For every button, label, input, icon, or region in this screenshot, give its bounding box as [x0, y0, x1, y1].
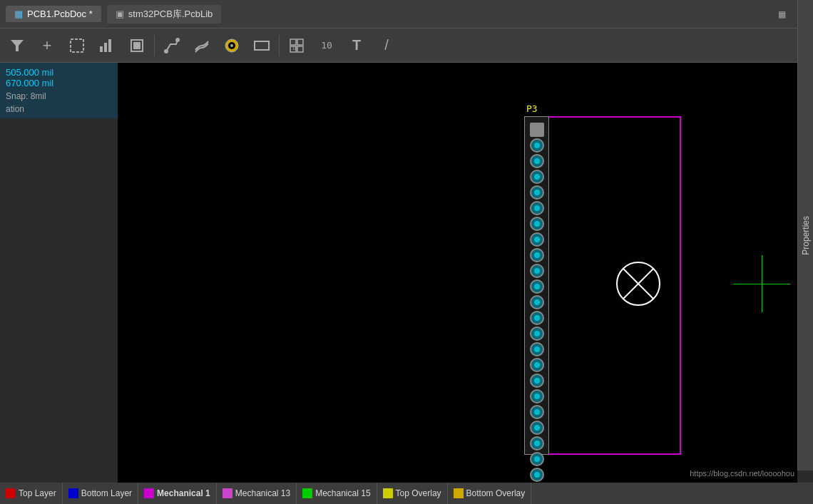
- layer-mech1-label: Mechanical 1: [157, 488, 210, 498]
- pad-1: [530, 123, 544, 137]
- svg-rect-2: [100, 46, 103, 52]
- pad-22: [530, 452, 544, 466]
- svg-rect-16: [297, 46, 303, 52]
- svg-rect-13: [290, 39, 296, 45]
- layer-bottom-swatch: [68, 488, 78, 498]
- pad-16: [530, 358, 544, 372]
- pad-20: [530, 421, 544, 435]
- title-bar: ▦ PCB1.PcbDoc * ▣ stm32PCB库.PcbLib ▦: [0, 0, 813, 29]
- status-bar: Top Layer Bottom Layer Mechanical 1 Mech…: [0, 483, 813, 504]
- pad-3: [530, 154, 544, 168]
- cursor-vertical: [762, 255, 762, 312]
- filter-button[interactable]: [3, 31, 31, 60]
- layer-mech1-swatch: [144, 488, 154, 498]
- tab-pcblib[interactable]: ▣ stm32PCB库.PcbLib: [107, 5, 222, 24]
- toolbar: + 10 10 T /: [0, 29, 813, 63]
- svg-rect-4: [108, 39, 111, 52]
- pad-7: [530, 217, 544, 231]
- pad-15: [530, 342, 544, 356]
- svg-rect-14: [297, 39, 303, 45]
- pad-5: [530, 185, 544, 200]
- layer-mech13[interactable]: Mechanical 13: [217, 483, 297, 504]
- layer-bottom-overlay[interactable]: Bottom Overlay: [448, 483, 532, 504]
- layer-mech15[interactable]: Mechanical 15: [297, 483, 377, 504]
- component-symbol: [613, 259, 663, 309]
- text-tool-label: T: [352, 37, 361, 53]
- layer-top-overlay-swatch: [383, 488, 393, 498]
- svg-point-8: [176, 38, 179, 41]
- layer-info: ation: [6, 104, 112, 114]
- svg-text:10: 10: [292, 46, 297, 51]
- snap-info: Snap: 8mil: [6, 91, 112, 101]
- watermark: https://blog.csdn.net/loooohou: [687, 468, 797, 479]
- coord-x: 505.000 mil: [6, 67, 112, 78]
- sep2: [279, 35, 280, 56]
- tab2-label: stm32PCB库.PcbLib: [128, 8, 213, 21]
- svg-rect-1: [71, 39, 83, 52]
- properties-panel[interactable]: Properties: [797, 0, 813, 470]
- lib-icon: ▣: [116, 9, 124, 19]
- pad-21: [530, 436, 544, 451]
- pad-19: [530, 405, 544, 419]
- tab1-label: PCB1.PcbDoc *: [27, 9, 93, 19]
- pad-13: [530, 311, 544, 325]
- layer-bottom-overlay-label: Bottom Overlay: [466, 488, 526, 498]
- svg-point-11: [230, 44, 233, 47]
- add-button[interactable]: +: [33, 31, 61, 60]
- layer-bottom-overlay-swatch: [454, 488, 464, 498]
- line-tool-label: /: [384, 37, 389, 53]
- altium-logo-icon: ▦: [778, 9, 786, 19]
- sep1: [154, 35, 155, 56]
- layer-top-swatch: [6, 488, 16, 498]
- grid-button[interactable]: 10: [282, 31, 311, 60]
- layer-bottom[interactable]: Bottom Layer: [63, 483, 138, 504]
- pad-14: [530, 326, 544, 341]
- route-button[interactable]: [158, 31, 186, 60]
- select-rect-button[interactable]: [63, 31, 91, 60]
- component-button[interactable]: [123, 31, 151, 60]
- pad-11: [530, 279, 544, 294]
- pad-6: [530, 201, 544, 215]
- pad-9: [530, 248, 544, 262]
- pad-12: [530, 295, 544, 309]
- pad-4: [530, 170, 544, 184]
- pcb-icon: ▦: [14, 9, 23, 19]
- svg-rect-6: [133, 42, 140, 49]
- pad-23: [530, 468, 544, 482]
- svg-rect-12: [255, 41, 269, 50]
- layer-mech1[interactable]: Mechanical 1: [138, 483, 217, 504]
- pad-17: [530, 374, 544, 388]
- svg-rect-3: [104, 43, 107, 52]
- layer-mech15-swatch: [302, 488, 312, 498]
- pad-2: [530, 138, 544, 153]
- layer-mech15-label: Mechanical 15: [315, 488, 370, 498]
- canvas-area[interactable]: P3: [118, 63, 797, 483]
- text-num-label: 10: [321, 40, 332, 51]
- line-tool-button[interactable]: /: [372, 31, 401, 60]
- layer-top-overlay-label: Top Overlay: [396, 488, 441, 498]
- tab-pcb1[interactable]: ▦ PCB1.PcbDoc *: [6, 6, 101, 22]
- layer-top[interactable]: Top Layer: [0, 483, 63, 504]
- pad-column: [524, 116, 549, 455]
- layer-mech13-swatch: [223, 488, 232, 498]
- route-multi-button[interactable]: [188, 31, 216, 60]
- text-num-button[interactable]: 10: [312, 31, 341, 60]
- layer-top-overlay[interactable]: Top Overlay: [377, 483, 448, 504]
- pad-8: [530, 232, 544, 247]
- layer-mech13-label: Mechanical 13: [235, 488, 290, 498]
- layer-top-label: Top Layer: [19, 488, 56, 498]
- via-button[interactable]: [218, 31, 246, 60]
- info-panel: 505.000 mil 670.000 mil Snap: 8mil ation: [0, 63, 118, 118]
- properties-label: Properties: [801, 216, 811, 255]
- chart-button[interactable]: [93, 31, 121, 60]
- pad-10: [530, 264, 544, 278]
- pad-18: [530, 389, 544, 403]
- component-reference: P3: [526, 103, 538, 114]
- layer-bottom-label: Bottom Layer: [81, 488, 132, 498]
- svg-point-7: [165, 50, 168, 53]
- svg-marker-0: [11, 40, 24, 51]
- text-tool-button[interactable]: T: [342, 31, 371, 60]
- coord-y: 670.000 mil: [6, 78, 112, 88]
- shape-button[interactable]: [247, 31, 276, 60]
